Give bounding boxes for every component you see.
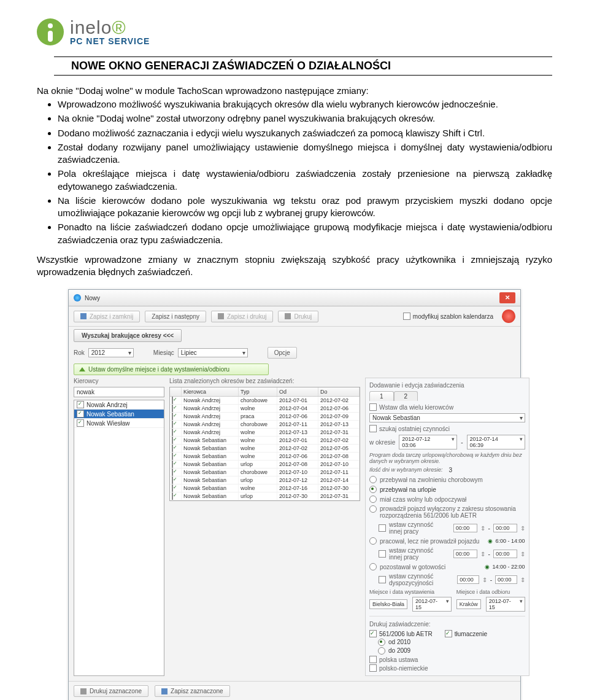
month-label: Miesiąc: [153, 349, 174, 356]
app-icon: [74, 294, 81, 301]
table-row[interactable]: Nowak Sebastianwolne2012-07-012012-07-02: [170, 437, 360, 445]
table-row[interactable]: Nowak Sebastianurlop2012-07-082012-07-10: [170, 461, 360, 469]
logo-brand: inelo®: [70, 18, 150, 37]
time-input[interactable]: 00:00: [495, 575, 517, 584]
checkbox-icon[interactable]: [77, 419, 84, 427]
save-icon: [161, 688, 167, 694]
table-row[interactable]: Nowak Andrzejwolne2012-07-132012-07-31: [170, 429, 360, 437]
insert-other-work-2[interactable]: wstaw czynność innej pracy: [389, 547, 447, 561]
period-from-input[interactable]: 2012-07-12 03:06: [399, 435, 457, 449]
save-close-button[interactable]: Zapisz i zamknij: [74, 311, 140, 322]
opt-free[interactable]: miał czas wolny lub odpoczywał: [369, 496, 525, 503]
print-cert-label: Drukuj zaświadczenie:: [369, 621, 525, 628]
list-item: Pola określające miejsca i datę wystawie…: [58, 168, 552, 193]
table-row[interactable]: Nowak Andrzejwolne2012-07-042012-07-06: [170, 405, 360, 413]
driver-row[interactable]: Nowak Wiesław: [74, 419, 164, 428]
close-icon[interactable]: ✕: [499, 292, 515, 303]
chk-561[interactable]: 561/2006 lub AETR: [369, 630, 433, 637]
year-combo[interactable]: 2012: [88, 348, 134, 357]
edit-header: Dodawanie i edycja zaświadczenia: [369, 382, 525, 389]
table-row[interactable]: Nowak Andrzejchorobowe2012-07-112012-07-…: [170, 421, 360, 429]
driver-combo[interactable]: Nowak Sebastian: [369, 413, 525, 422]
table-row[interactable]: Nowak Sebastianwolne2012-07-062012-07-08: [170, 453, 360, 461]
insert-availability[interactable]: wstaw czynność dyspozycyjności: [389, 573, 451, 586]
drivers-header: Kierowcy: [74, 378, 164, 384]
list-item: Ponadto na liście zaświadczeń dodano opc…: [58, 221, 552, 246]
tab-2[interactable]: 2: [394, 391, 418, 401]
opt-561[interactable]: prowadził pojazd wyłączony z zakresu sto…: [369, 505, 525, 519]
chk-pl-de[interactable]: polsko-niemieckie: [369, 664, 433, 672]
time-input[interactable]: 00:00: [457, 575, 479, 584]
year-label: Rok: [74, 349, 85, 356]
radio-2010[interactable]: od 2010: [369, 639, 433, 646]
periods-table[interactable]: Kierowca Typ Od Do Nowak Andrzejchorobow…: [169, 387, 360, 501]
checkbox-icon[interactable]: [172, 469, 173, 476]
opt-work[interactable]: pracował, lecz nie prowadził pojazdu◉ 6:…: [369, 537, 525, 545]
drivers-list[interactable]: Nowak Andrzej Nowak Sebastian Nowak Wies…: [74, 400, 164, 676]
checkbox-icon[interactable]: [77, 410, 84, 418]
dialog-titlebar: Nowy ✕: [69, 290, 520, 306]
opt-standby[interactable]: pozostawał w gotowości◉ 14:00 - 22:00: [369, 563, 525, 570]
checkbox-icon[interactable]: [172, 484, 173, 492]
driver-row[interactable]: Nowak Andrzej: [74, 400, 164, 410]
list-item: Został dodany rozwijany panel umożliwiaj…: [58, 141, 552, 166]
chk-translation[interactable]: tłumaczenie: [445, 630, 487, 637]
table-row[interactable]: Nowak Sebastianurlop2012-07-122012-07-14: [170, 476, 360, 484]
checkbox-icon[interactable]: [172, 397, 173, 404]
last-activity-checkbox[interactable]: szukaj ostatniej czynności: [369, 425, 525, 432]
options-button[interactable]: Opcje: [268, 347, 297, 359]
modify-template-checkbox[interactable]: modyfikuj szablon kalendarza: [403, 313, 493, 320]
checkbox-icon[interactable]: [172, 476, 173, 484]
table-row[interactable]: Nowak Andrzejpraca2012-07-062012-07-09: [170, 413, 360, 421]
checkbox-icon[interactable]: [172, 445, 173, 452]
date-receive-input[interactable]: 2012-07-15: [486, 597, 525, 612]
date-issue-input[interactable]: 2012-07-15: [412, 597, 452, 612]
radio-2009[interactable]: do 2009: [369, 647, 433, 655]
city-issue-input[interactable]: Bielsko-Biała: [369, 599, 407, 609]
driver-row[interactable]: Nowak Sebastian: [74, 410, 164, 419]
time-input[interactable]: 00:00: [493, 550, 517, 558]
save-selected-button[interactable]: Zapisz zaznaczone: [155, 685, 230, 697]
checkbox-icon[interactable]: [77, 401, 84, 408]
checkbox-icon[interactable]: [172, 413, 173, 420]
save-print-button[interactable]: Zapisz i drukuj: [211, 311, 273, 322]
filter-row: Rok 2012 Miesiąc Lipiec Opcje: [69, 344, 520, 361]
month-combo[interactable]: Lipiec: [178, 348, 248, 357]
opt-sick[interactable]: przebywał na zwolnieniu chorobowym: [369, 476, 525, 483]
print-icon: [218, 313, 224, 319]
table-row[interactable]: Nowak Sebastianwolne2012-07-162012-07-30: [170, 484, 360, 492]
chk-polska[interactable]: polska ustawa: [369, 656, 433, 663]
save-next-button[interactable]: Zapisz i następny: [145, 311, 206, 322]
checkbox-icon[interactable]: [172, 492, 173, 500]
table-row[interactable]: Nowak Sebastianurlop2012-07-302012-07-31: [170, 492, 360, 500]
insert-other-work-1[interactable]: wstaw czynność innej pracy: [389, 521, 447, 535]
driver-search-input[interactable]: nowak: [74, 387, 164, 397]
time-input[interactable]: 00:00: [453, 550, 477, 558]
checkbox-icon[interactable]: [172, 421, 173, 428]
table-row[interactable]: Nowak Sebastianwolne2012-07-022012-07-05: [170, 445, 360, 453]
note-text: Program doda tarczę urlopową/chorobową w…: [369, 452, 525, 464]
checkbox-icon[interactable]: [172, 453, 173, 460]
checkbox-icon[interactable]: [172, 461, 173, 468]
table-row[interactable]: Nowak Sebastianchorobowe2012-07-102012-0…: [170, 469, 360, 476]
set-defaults-button[interactable]: Ustaw domyślne miejsce i datę wystawieni…: [74, 364, 269, 375]
tab-1[interactable]: 1: [369, 391, 394, 401]
search-missing-button[interactable]: Wyszukaj brakujące okresy <<<: [74, 329, 182, 342]
list-item: Na oknie "Dodaj wolne" został utworzony …: [58, 112, 552, 125]
help-icon[interactable]: [502, 309, 515, 323]
opt-vacation[interactable]: przebywał na urlopie: [369, 486, 525, 493]
print-icon: [285, 313, 291, 319]
period-to-input[interactable]: 2012-07-14 06:39: [467, 435, 525, 449]
time-input[interactable]: 00:00: [453, 524, 477, 532]
checkbox-icon[interactable]: [172, 437, 173, 444]
time-input[interactable]: 00:00: [493, 524, 517, 532]
toolbar: Zapisz i zamknij Zapisz i następny Zapis…: [69, 306, 520, 327]
edit-panel: Dodawanie i edycja zaświadczenia 1 2 Wst…: [365, 378, 529, 676]
checkbox-icon[interactable]: [172, 429, 173, 436]
table-row[interactable]: Nowak Andrzejchorobowe2012-07-012012-07-…: [170, 397, 360, 405]
print-selected-button[interactable]: Drukuj zaznaczone: [74, 685, 148, 697]
city-receive-input[interactable]: Kraków: [456, 599, 481, 609]
checkbox-icon[interactable]: [172, 405, 173, 412]
print-button[interactable]: Drukuj: [278, 311, 318, 322]
insert-many-checkbox[interactable]: Wstaw dla wielu kierowców: [369, 403, 525, 411]
